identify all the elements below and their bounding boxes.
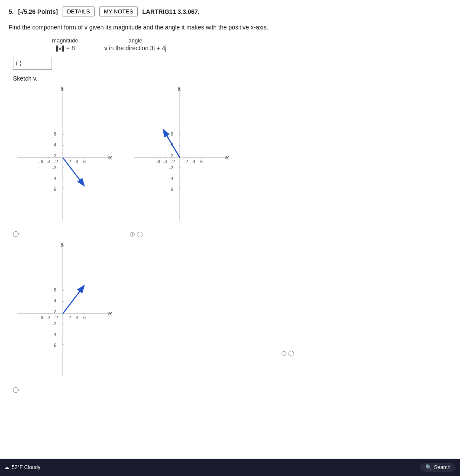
info-icon-2: ⓘ (130, 231, 135, 238)
magnitude-value: ∥v∥ = 8 (55, 45, 75, 52)
problem-number: 5. (9, 8, 14, 15)
radio-graph-2[interactable] (137, 232, 143, 237)
weather-icon: ☁ (4, 464, 10, 470)
graph-option-1: y x 6 4 2 -2 -4 -6 -6 -4 -2 2 4 6 (13, 86, 113, 238)
radio-row-2: ⓘ (130, 231, 143, 238)
svg-text:-4: -4 (46, 315, 51, 320)
svg-text:-4: -4 (46, 159, 51, 164)
svg-text:6: 6 (83, 315, 86, 320)
svg-text:-4: -4 (52, 176, 56, 181)
svg-text:x: x (109, 154, 112, 161)
mynotes-button[interactable]: MY NOTES (99, 6, 138, 16)
header-row: 5. [-/5.26 Points] DETAILS MY NOTES LART… (9, 6, 451, 16)
svg-text:-6: -6 (169, 187, 173, 192)
svg-text:-6: -6 (52, 343, 56, 348)
radio-row-1 (13, 231, 19, 237)
svg-text:-2: -2 (52, 321, 56, 326)
svg-text:4: 4 (76, 315, 78, 320)
svg-text:4: 4 (54, 142, 56, 147)
svg-text:4: 4 (193, 159, 195, 164)
svg-text:-4: -4 (163, 159, 168, 164)
svg-text:-2: -2 (54, 159, 58, 164)
main-content: 5. [-/5.26 Points] DETAILS MY NOTES LART… (0, 0, 460, 459)
radio-graph-1[interactable] (13, 231, 19, 237)
radio-graph-4[interactable] (288, 351, 294, 356)
svg-line-30 (63, 158, 84, 185)
svg-text:-2: -2 (171, 159, 175, 164)
svg-text:-2: -2 (169, 165, 173, 170)
svg-text:-6: -6 (39, 315, 43, 320)
radio-row-3 (13, 387, 19, 393)
top-graphs-row: y x 6 4 2 -2 -4 -6 -6 -4 -2 2 4 6 (9, 86, 451, 238)
svg-text:6: 6 (54, 287, 56, 292)
reference-code: LARTRIG11 3.3.067. (142, 8, 199, 15)
svg-text:y: y (61, 86, 64, 91)
graph-3-svg: y x 6 4 2 -2 -4 -6 -6 -4 -2 2 4 6 (13, 242, 113, 385)
svg-line-92 (63, 286, 84, 314)
svg-text:-2: -2 (52, 165, 56, 170)
info-table: magnitude ∥v∥ = 8 angle v in the directi… (52, 37, 451, 52)
svg-text:6: 6 (200, 159, 203, 164)
angle-value: v in the direction 3i + 4j (104, 45, 167, 52)
points-label: [-/5.26 Points] (18, 8, 58, 15)
svg-text:-6: -6 (39, 159, 43, 164)
graph-1-svg: y x 6 4 2 -2 -4 -6 -6 -4 -2 2 4 6 (13, 86, 113, 229)
weather-text: 52°F Cloudy (12, 464, 40, 470)
answer-placeholder: ⟨ ⟩ (16, 60, 22, 67)
svg-text:x: x (109, 310, 112, 317)
svg-text:-2: -2 (54, 315, 58, 320)
magnitude-label: magnitude (52, 37, 78, 44)
svg-text:2: 2 (68, 315, 71, 320)
svg-text:-4: -4 (169, 176, 173, 181)
svg-text:x: x (226, 154, 229, 161)
svg-text:4: 4 (76, 159, 78, 164)
search-label: Search (434, 464, 450, 470)
answer-box[interactable]: ⟨ ⟩ (13, 57, 52, 70)
magnitude-col: magnitude ∥v∥ = 8 (52, 37, 78, 52)
search-icon: 🔍 (425, 464, 432, 470)
graph-option-4: ⓘ (282, 242, 294, 393)
taskbar-search[interactable]: 🔍 Search (420, 463, 456, 472)
svg-text:y: y (61, 242, 64, 247)
graph-option-2: y x 6 4 2 -2 -4 -6 -6 -4 -2 2 4 6 (130, 86, 230, 238)
taskbar: ☁ 52°F Cloudy 🔍 Search (0, 459, 460, 476)
taskbar-weather: ☁ 52°F Cloudy (4, 464, 40, 470)
radio-graph-3[interactable] (13, 387, 19, 393)
svg-text:2: 2 (68, 159, 71, 164)
svg-text:-4: -4 (52, 332, 56, 337)
svg-text:-6: -6 (156, 159, 160, 164)
question-text: Find the component form of v given its m… (9, 23, 451, 32)
graph-2-svg: y x 6 4 2 -2 -4 -6 -6 -4 -2 2 4 6 (130, 86, 230, 229)
svg-text:6: 6 (171, 131, 173, 136)
svg-text:y: y (178, 86, 181, 91)
svg-text:-6: -6 (52, 187, 56, 192)
radio-row-4: ⓘ (282, 350, 294, 357)
svg-text:6: 6 (54, 131, 56, 136)
svg-text:6: 6 (83, 159, 86, 164)
svg-text:2: 2 (185, 159, 188, 164)
angle-label: angle (129, 37, 143, 44)
angle-col: angle v in the direction 3i + 4j (104, 37, 167, 52)
graph-option-3: y x 6 4 2 -2 -4 -6 -6 -4 -2 2 4 6 (13, 242, 113, 393)
details-button[interactable]: DETAILS (62, 6, 94, 16)
svg-text:4: 4 (54, 298, 56, 303)
bottom-graphs-row: y x 6 4 2 -2 -4 -6 -6 -4 -2 2 4 6 (9, 242, 451, 393)
sketch-label: Sketch v. (13, 75, 451, 82)
info-icon-4: ⓘ (282, 350, 286, 357)
